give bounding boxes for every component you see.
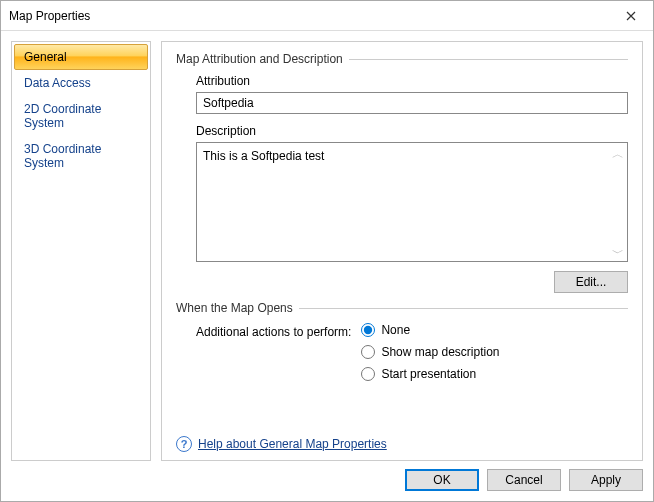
footer: OK Cancel Apply [1,461,653,501]
radio-label: Start presentation [381,367,476,381]
divider [299,308,628,309]
close-button[interactable] [609,1,653,31]
help-icon: ? [176,436,192,452]
open-section: When the Map Opens Additional actions to… [176,301,628,381]
edit-button[interactable]: Edit... [554,271,628,293]
radio-input-none[interactable] [361,323,375,337]
radio-show[interactable]: Show map description [361,345,499,359]
radio-label: Show map description [381,345,499,359]
dialog-body: General Data Access 2D Coordinate System… [1,31,653,461]
radio-group: None Show map description Start presenta… [361,323,499,381]
sidebar: General Data Access 2D Coordinate System… [11,41,151,461]
sidebar-item-label: Data Access [24,76,91,90]
sidebar-item-label: General [24,50,67,64]
sidebar-item-data-access[interactable]: Data Access [14,70,148,96]
close-icon [626,11,636,21]
description-textarea[interactable] [196,142,628,262]
divider [349,59,628,60]
radio-input-start[interactable] [361,367,375,381]
section-legend: When the Map Opens [176,301,293,315]
attribution-section: Map Attribution and Description Attribut… [176,52,628,293]
attribution-input[interactable] [196,92,628,114]
sidebar-item-label: 3D Coordinate System [24,142,101,170]
sidebar-item-2d-coord[interactable]: 2D Coordinate System [14,96,148,136]
sidebar-item-label: 2D Coordinate System [24,102,101,130]
ok-button[interactable]: OK [405,469,479,491]
radio-none[interactable]: None [361,323,499,337]
description-label: Description [196,124,628,138]
titlebar: Map Properties [1,1,653,31]
attribution-label: Attribution [196,74,628,88]
section-legend: Map Attribution and Description [176,52,343,66]
help-row: ? Help about General Map Properties [176,430,628,452]
cancel-button[interactable]: Cancel [487,469,561,491]
sidebar-item-3d-coord[interactable]: 3D Coordinate System [14,136,148,176]
radio-label: None [381,323,410,337]
radio-input-show[interactable] [361,345,375,359]
radio-start[interactable]: Start presentation [361,367,499,381]
actions-label: Additional actions to perform: [196,323,351,339]
content-panel: Map Attribution and Description Attribut… [161,41,643,461]
sidebar-item-general[interactable]: General [14,44,148,70]
help-link[interactable]: Help about General Map Properties [198,437,387,451]
apply-button[interactable]: Apply [569,469,643,491]
window-title: Map Properties [9,9,90,23]
